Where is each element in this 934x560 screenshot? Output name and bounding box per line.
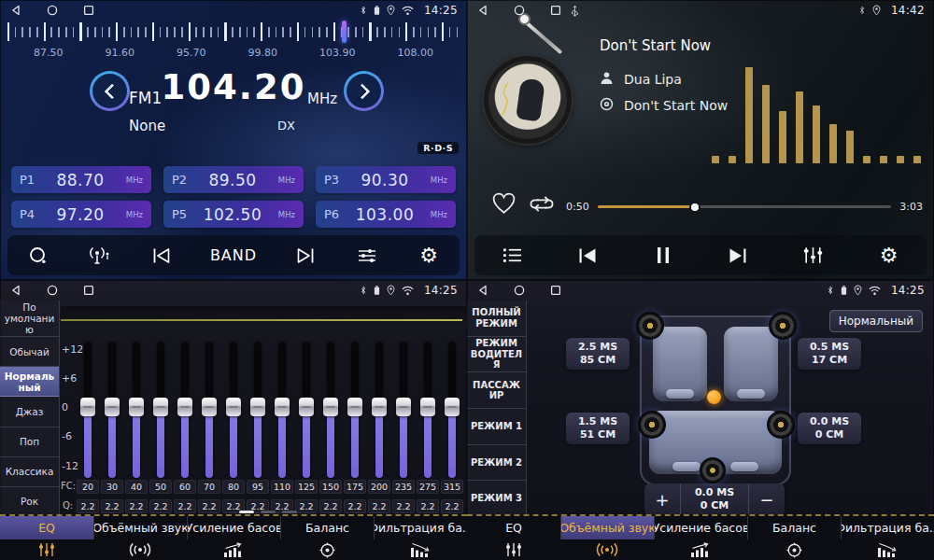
preset-button[interactable]: P3 90.30 MHz	[316, 166, 456, 193]
eq-band-slider[interactable]	[80, 342, 95, 478]
tab-bass-boost[interactable]: Усиление басов	[187, 516, 280, 560]
fc-value-chip[interactable]: 80	[222, 480, 245, 494]
q-value-chip[interactable]: 2.2	[125, 499, 148, 513]
q-value-chip[interactable]: 2.2	[344, 499, 366, 513]
slider-thumb[interactable]	[299, 398, 314, 416]
tab-balance[interactable]: Баланс	[747, 516, 841, 560]
delay-minus-button[interactable]: −	[749, 483, 785, 515]
eq-band-slider[interactable]	[177, 342, 192, 478]
center-speaker-icon[interactable]	[700, 457, 726, 483]
rear-right-speaker-icon[interactable]	[767, 411, 795, 439]
q-value-chip[interactable]: 2.2	[368, 499, 390, 513]
eq-preset-item[interactable]: Джаз	[0, 397, 59, 427]
tab-bass-boost[interactable]: Усиление басов	[654, 516, 747, 560]
back-icon[interactable]	[476, 285, 488, 297]
eq-band-slider[interactable]	[275, 342, 290, 478]
fc-value-chip[interactable]: 95	[247, 480, 269, 494]
tab-balance[interactable]: Баланс	[280, 516, 374, 560]
fc-value-chip[interactable]: 125	[295, 480, 318, 494]
fc-value-chip[interactable]: 30	[101, 480, 123, 494]
delay-rear-right-button[interactable]: 0.0 MS 0 CM	[798, 413, 861, 444]
q-value-chip[interactable]: 2.2	[417, 499, 439, 513]
tab-filter[interactable]: Фильтрация ба...	[841, 516, 934, 560]
delay-plus-button[interactable]: +	[644, 483, 680, 515]
fc-value-chip[interactable]: 315	[441, 480, 463, 494]
slider-thumb[interactable]	[105, 398, 120, 416]
q-value-chip[interactable]: 2.2	[319, 499, 342, 513]
home-icon[interactable]	[46, 5, 58, 17]
slider-thumb[interactable]	[177, 398, 192, 416]
tab-eq[interactable]: EQ	[467, 516, 560, 560]
home-icon[interactable]	[46, 285, 58, 297]
fc-value-chip[interactable]: 60	[174, 480, 196, 494]
surround-mode-item[interactable]: РЕЖИМ 2	[467, 445, 526, 482]
fc-value-chip[interactable]: 110	[271, 480, 293, 494]
back-icon[interactable]	[9, 5, 21, 17]
eq-band-slider[interactable]	[129, 342, 144, 478]
fc-value-chip[interactable]: 275	[417, 480, 439, 494]
surround-preset-button[interactable]: Нормальный	[829, 310, 923, 332]
slider-thumb[interactable]	[129, 398, 144, 416]
delay-front-right-button[interactable]: 0.5 MS 17 CM	[798, 338, 861, 370]
eq-preset-item[interactable]: Классика	[0, 457, 59, 487]
delay-front-left-button[interactable]: 2.5 MS 85 CM	[566, 338, 630, 370]
favorite-heart-icon[interactable]	[491, 192, 517, 218]
eq-band-slider[interactable]	[347, 342, 362, 478]
recents-icon[interactable]	[549, 5, 561, 17]
eq-band-slider[interactable]	[226, 342, 241, 478]
slider-thumb[interactable]	[323, 398, 338, 416]
fc-value-chip[interactable]: 20	[77, 480, 99, 494]
slider-thumb[interactable]	[372, 398, 387, 416]
preset-button[interactable]: P1 88.70 MHz	[11, 166, 151, 193]
surround-mode-item[interactable]: ПАССАЖИР	[467, 372, 526, 409]
fc-value-chip[interactable]: 70	[198, 480, 220, 494]
back-icon[interactable]	[476, 5, 488, 17]
rear-left-speaker-icon[interactable]	[638, 411, 666, 439]
eq-band-slider[interactable]	[420, 342, 435, 478]
eq-band-slider[interactable]	[105, 342, 120, 478]
eq-preset-item[interactable]: Нормальный	[0, 367, 59, 397]
q-value-chip[interactable]: 2.2	[101, 499, 123, 513]
surround-mode-item[interactable]: РЕЖИМ 3	[467, 481, 526, 516]
slider-thumb[interactable]	[275, 398, 290, 416]
eq-band-slider[interactable]	[396, 342, 411, 478]
slider-thumb[interactable]	[347, 398, 362, 416]
repeat-icon[interactable]	[529, 194, 555, 217]
fc-value-chip[interactable]: 150	[319, 480, 342, 494]
slider-thumb[interactable]	[250, 398, 265, 416]
eq-band-slider[interactable]	[372, 342, 387, 478]
fc-value-chip[interactable]: 40	[125, 480, 148, 494]
surround-mode-item[interactable]: РЕЖИМ ВОДИТЕЛЯ	[467, 337, 526, 373]
settings-gear-icon[interactable]: ⚙	[410, 240, 447, 272]
next-track-icon[interactable]	[719, 240, 757, 272]
delay-rear-left-button[interactable]: 1.5 MS 51 CM	[566, 413, 630, 444]
eq-preset-item[interactable]: Поп	[0, 427, 59, 457]
recents-icon[interactable]	[82, 5, 94, 17]
equalizer-icon[interactable]	[795, 240, 832, 272]
broadcast-icon[interactable]	[81, 240, 119, 272]
progress-bar[interactable]	[598, 205, 891, 208]
eq-band-slider[interactable]	[202, 342, 217, 478]
fc-value-chip[interactable]: 200	[368, 480, 390, 494]
slider-thumb[interactable]	[420, 398, 435, 416]
recents-icon[interactable]	[82, 285, 94, 297]
slider-thumb[interactable]	[80, 398, 95, 416]
fc-value-chip[interactable]: 175	[344, 480, 366, 494]
playlist-icon[interactable]	[493, 240, 531, 272]
q-value-chip[interactable]: 2.2	[149, 499, 172, 513]
home-icon[interactable]	[513, 285, 525, 297]
frequency-ruler[interactable]	[7, 21, 460, 44]
preset-button[interactable]: P4 97.20 MHz	[11, 201, 151, 228]
tab-surround[interactable]: Объёмный звук	[93, 516, 187, 560]
preset-button[interactable]: P5 102.50 MHz	[163, 201, 304, 228]
tab-eq[interactable]: EQ	[0, 516, 93, 560]
fc-value-chip[interactable]: 50	[149, 480, 172, 494]
eq-preset-item[interactable]: Рок	[0, 487, 59, 516]
slider-thumb[interactable]	[153, 398, 168, 416]
next-station-icon[interactable]	[287, 240, 324, 272]
home-icon[interactable]	[513, 5, 525, 17]
eq-band-slider[interactable]	[299, 342, 314, 478]
slider-thumb[interactable]	[226, 398, 241, 416]
surround-mode-item[interactable]: РЕЖИМ 1	[467, 409, 526, 445]
slider-thumb[interactable]	[445, 398, 460, 416]
